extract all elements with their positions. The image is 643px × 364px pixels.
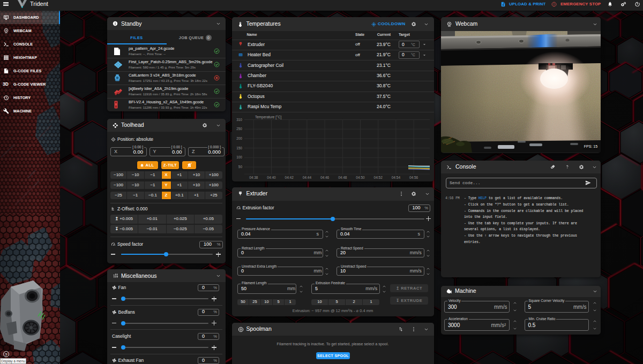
svg-text:Temperature [°C]: Temperature [°C] — [255, 115, 281, 119]
svg-text:04:56: 04:56 — [409, 176, 418, 179]
svg-text:04:42: 04:42 — [285, 176, 294, 179]
svg-text:04:48: 04:48 — [338, 176, 347, 179]
svg-text:250: 250 — [236, 127, 242, 131]
svg-text:200: 200 — [236, 136, 242, 140]
svg-text:04:54: 04:54 — [392, 176, 401, 179]
svg-text:04:44: 04:44 — [303, 176, 312, 179]
svg-text:100: 100 — [236, 155, 242, 159]
svg-text:04:50: 04:50 — [356, 176, 365, 179]
svg-text:04:40: 04:40 — [267, 176, 276, 179]
svg-text:50: 50 — [238, 165, 243, 169]
svg-text:04:52: 04:52 — [374, 176, 383, 179]
svg-text:04:38: 04:38 — [249, 176, 258, 179]
svg-text:150: 150 — [236, 146, 242, 149]
svg-text:310: 310 — [236, 117, 242, 121]
svg-text:04:46: 04:46 — [320, 176, 330, 179]
